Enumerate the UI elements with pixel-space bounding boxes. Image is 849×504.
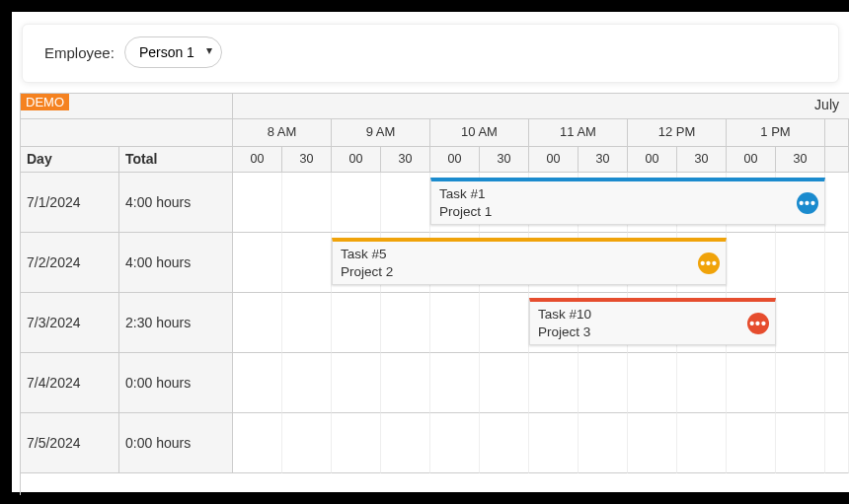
grid-cell[interactable] [825, 293, 849, 353]
column-header-day: Day [21, 147, 119, 172]
grid-cell[interactable] [430, 293, 480, 353]
subhour-header: 00 [529, 147, 579, 173]
rowheader-columns: Day Total [21, 147, 233, 173]
grid-cell[interactable] [480, 413, 529, 473]
row-grid[interactable] [233, 353, 849, 413]
task-menu-button[interactable]: ••• [747, 313, 769, 334]
scheduler-header-top: DEMO July [21, 94, 849, 119]
grid-cell[interactable] [282, 413, 332, 473]
task-project: Project 1 [439, 203, 816, 221]
grid-cell[interactable] [381, 293, 430, 353]
hour-header: 10 AM [430, 119, 529, 147]
task-bar[interactable]: Task #10Project 3••• [529, 298, 776, 345]
rowheader-day: 7/4/2024 [21, 353, 119, 412]
grid-cell[interactable] [233, 233, 282, 293]
scheduler-row: 7/3/20242:30 hoursTask #10Project 3••• [21, 293, 849, 353]
grid-cell[interactable] [727, 353, 776, 413]
grid-cell[interactable] [480, 353, 529, 413]
rowheader-total: 2:30 hours [119, 293, 232, 352]
grid-cell[interactable] [628, 413, 677, 473]
task-bar[interactable]: Task #1Project 1••• [430, 178, 825, 225]
subhour-header: 30 [579, 147, 628, 173]
grid-cell[interactable] [727, 413, 776, 473]
scheduler-row: 7/2/20244:00 hoursTask #5Project 2••• [21, 233, 849, 293]
rowheader: 7/4/20240:00 hours [21, 353, 233, 413]
grid-cell[interactable] [282, 173, 332, 233]
subhour-header: 00 [233, 147, 282, 173]
grid-cell[interactable] [381, 413, 430, 473]
grid-cell[interactable] [776, 293, 825, 353]
grid-cell[interactable] [282, 233, 332, 293]
rowheader-corner: DEMO [21, 94, 233, 119]
task-title: Task #10 [538, 306, 767, 324]
grid-cell[interactable] [430, 353, 480, 413]
grid-cell[interactable] [579, 413, 628, 473]
demo-badge: DEMO [21, 94, 69, 110]
grid-cell[interactable] [825, 413, 849, 473]
grid-cell[interactable] [282, 353, 332, 413]
row-grid[interactable]: Task #10Project 3••• [233, 293, 849, 353]
hour-header: 1 PM [727, 119, 825, 147]
grid-cell[interactable] [825, 353, 849, 413]
hour-header: 9 AM [332, 119, 430, 147]
grid-cell[interactable] [727, 233, 776, 293]
grid-cell[interactable] [677, 413, 727, 473]
grid-cell[interactable] [677, 353, 727, 413]
grid-cell[interactable] [332, 173, 381, 233]
task-project: Project 3 [538, 324, 767, 341]
row-grid[interactable]: Task #1Project 1••• [233, 173, 849, 233]
subhour-header: 30 [776, 147, 825, 173]
subhour-header: 30 [480, 147, 529, 173]
grid-cell[interactable] [825, 173, 849, 233]
grid-cell[interactable] [776, 233, 825, 293]
grid-cell[interactable] [529, 353, 579, 413]
rowheader: 7/2/20244:00 hours [21, 233, 233, 293]
grid-cell[interactable] [233, 353, 282, 413]
column-header-total: Total [119, 147, 232, 172]
grid-cell[interactable] [381, 353, 430, 413]
employee-select[interactable]: Person 1 [124, 36, 222, 68]
hour-header: 8 AM [233, 119, 332, 147]
subhour-header: 30 [677, 147, 727, 173]
rowheader-total: 4:00 hours [119, 233, 232, 292]
grid-cell[interactable] [628, 353, 677, 413]
rowheader: 7/3/20242:30 hours [21, 293, 233, 353]
grid-cell[interactable] [480, 293, 529, 353]
employee-select-wrap: Person 1 [124, 36, 222, 68]
grid-cell[interactable] [825, 233, 849, 293]
grid-cell[interactable] [233, 173, 282, 233]
scheduler-row: 7/4/20240:00 hours [21, 353, 849, 413]
grid-cell[interactable] [282, 293, 332, 353]
row-grid[interactable]: Task #5Project 2••• [233, 233, 849, 293]
grid-cell[interactable] [233, 293, 282, 353]
rowheader-day: 7/2/2024 [21, 233, 119, 292]
filter-bar: Employee: Person 1 [22, 24, 839, 83]
timesheet-scheduler: DEMO July 8 AM9 AM10 AM11 AM12 PM1 PM Da… [20, 93, 849, 495]
grid-cell[interactable] [332, 413, 381, 473]
grid-cell[interactable] [233, 413, 282, 473]
scheduler-row: 7/1/20244:00 hoursTask #1Project 1••• [21, 173, 849, 233]
grid-cell[interactable] [579, 353, 628, 413]
timescale-subhours: Day Total 003000300030003000300030 [21, 147, 849, 173]
timescale-hours: 8 AM9 AM10 AM11 AM12 PM1 PM [21, 119, 849, 147]
rowheader-total: 4:00 hours [119, 173, 232, 232]
task-menu-button[interactable]: ••• [797, 192, 818, 214]
task-menu-button[interactable]: ••• [698, 252, 720, 274]
hour-header: 12 PM [628, 119, 727, 147]
rowheader: 7/5/20240:00 hours [21, 413, 233, 473]
grid-cell[interactable] [776, 413, 825, 473]
grid-cell[interactable] [776, 353, 825, 413]
grid-cell[interactable] [332, 293, 381, 353]
row-grid[interactable] [233, 413, 849, 473]
grid-cell[interactable] [529, 413, 579, 473]
rowheader-day: 7/3/2024 [21, 293, 119, 352]
subhour-header-trailing [825, 147, 849, 173]
employee-label: Employee: [44, 44, 115, 61]
grid-cell[interactable] [381, 173, 430, 233]
grid-cell[interactable] [430, 413, 480, 473]
task-bar[interactable]: Task #5Project 2••• [332, 238, 727, 285]
hour-header: 11 AM [529, 119, 628, 147]
grid-cell[interactable] [332, 353, 381, 413]
scheduler-rows: 7/1/20244:00 hoursTask #1Project 1•••7/2… [21, 173, 849, 473]
subhour-header: 00 [332, 147, 381, 173]
